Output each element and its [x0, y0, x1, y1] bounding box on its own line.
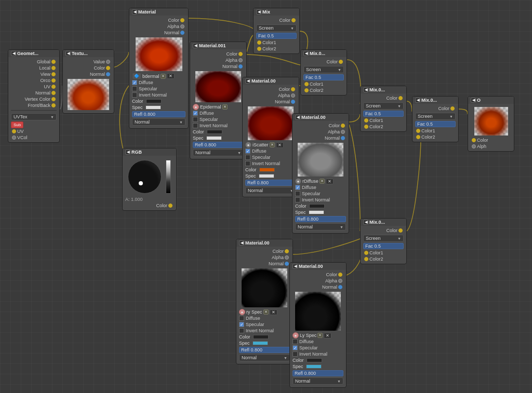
mat-004-refl[interactable]: Refl 0.800: [239, 347, 290, 353]
mat-005-normal-dd[interactable]: Normal: [292, 377, 343, 385]
geometry-collapse-btn[interactable]: ◀: [11, 51, 16, 56]
mix-02-screen-dd[interactable]: Screen: [303, 66, 344, 73]
mat-002-color-socket[interactable]: [291, 87, 295, 91]
geo-sub-btn[interactable]: Sub: [11, 121, 23, 128]
mat-002-color-swatch[interactable]: [259, 168, 275, 172]
mat-002-x[interactable]: ✕: [276, 142, 284, 148]
mat-005-invert-cb[interactable]: [292, 351, 298, 357]
mat-002-alpha-socket[interactable]: [291, 93, 295, 98]
mix-04-collapse[interactable]: ◀: [415, 98, 420, 103]
mat-main-invert-checkbox[interactable]: [132, 92, 137, 98]
mat-main-specular-check[interactable]: Specular: [132, 86, 185, 92]
mat-003-color-socket[interactable]: [341, 124, 345, 128]
mat-003-x[interactable]: ✕: [326, 179, 334, 184]
mat-003-specular[interactable]: Specular: [295, 191, 346, 197]
material-004-header[interactable]: ◀ Material.00: [236, 239, 292, 247]
mat-001-close[interactable]: ✕: [222, 104, 228, 110]
rgb-collapse-btn[interactable]: ◀: [125, 150, 130, 155]
mat-005-alpha-socket[interactable]: [338, 279, 342, 283]
texture-node-header[interactable]: ◀ Textu...: [63, 50, 114, 57]
rgb-color-wheel[interactable]: [128, 160, 162, 194]
mix-top-collapse[interactable]: ◀: [256, 9, 261, 15]
mat-001-collapse[interactable]: ◀: [193, 43, 198, 48]
mat-005-collapse[interactable]: ◀: [292, 264, 298, 269]
mat-004-diffuse[interactable]: Diffuse: [239, 315, 290, 321]
mat-004-alpha-socket[interactable]: [285, 255, 289, 260]
mat-003-spec-cb[interactable]: [295, 191, 300, 196]
node-editor-canvas[interactable]: ◀ Geomet... Global Local View Orco UV No…: [0, 0, 532, 393]
mat-001-alpha-socket[interactable]: [238, 58, 243, 62]
material-001-header[interactable]: ◀ Material.001: [190, 42, 246, 49]
mat-001-diffuse[interactable]: Diffuse: [193, 110, 244, 116]
mat-005-spec-cb[interactable]: [292, 345, 298, 350]
output-collapse[interactable]: ◀: [471, 98, 476, 103]
mat-main-color-swatch[interactable]: [146, 99, 162, 103]
tex-color-socket[interactable]: [106, 66, 110, 70]
geo-uv-socket[interactable]: [51, 85, 56, 89]
geo-uv-out-socket[interactable]: [12, 129, 16, 133]
mix-04-c1-socket[interactable]: [416, 129, 420, 133]
mat-002-refl[interactable]: Refl 0.800: [245, 180, 296, 186]
mat-005-invert[interactable]: Invert Normal: [292, 351, 343, 357]
mat-004-x[interactable]: ✕: [270, 309, 277, 315]
mat-004-collapse[interactable]: ◀: [239, 240, 244, 246]
mat-main-invert-check[interactable]: Invert Normal: [132, 92, 185, 98]
material-003-header[interactable]: ◀ Material.00: [292, 114, 349, 121]
mat-003-diff-cb[interactable]: [295, 185, 300, 190]
mix-02-fac[interactable]: Fac 0.5: [303, 74, 344, 80]
mix-04-c2-socket[interactable]: [416, 135, 420, 139]
mix-top-header[interactable]: ◀ Mix: [254, 8, 299, 16]
mat-003-close[interactable]: ✕: [320, 179, 325, 184]
mix-03-color-socket[interactable]: [398, 96, 403, 100]
mix-05-c1-socket[interactable]: [364, 251, 368, 255]
mat-001-refl[interactable]: Refl 0.800: [193, 142, 244, 148]
geo-global-socket[interactable]: [51, 60, 56, 64]
mix-top-color-socket[interactable]: [291, 18, 296, 22]
mat-002-invert[interactable]: Invert Normal: [245, 160, 296, 167]
tex-value-socket[interactable]: [106, 60, 110, 64]
geo-frontback-socket[interactable]: [51, 103, 56, 107]
mat-main-normal-dropdown[interactable]: Normal: [132, 118, 185, 126]
mat-004-diff-cb[interactable]: [239, 316, 244, 321]
mat-main-x-btn[interactable]: ✕: [167, 73, 175, 79]
geo-uvtex-dropdown[interactable]: UVTex: [11, 113, 57, 120]
mix-04-header[interactable]: ◀ Mix.0...: [413, 97, 458, 104]
output-color-socket[interactable]: [472, 138, 476, 142]
mat-main-close-btn[interactable]: ✕: [161, 74, 166, 79]
mat-002-diffuse[interactable]: Diffuse: [245, 148, 296, 154]
mat-004-color-swatch[interactable]: [253, 335, 269, 339]
mat-004-close[interactable]: ✕: [263, 309, 269, 315]
mat-005-spec-swatch[interactable]: [306, 364, 322, 369]
mix-02-header[interactable]: ◀ Mix.0...: [301, 50, 347, 57]
mix-05-c2-socket[interactable]: [364, 257, 368, 261]
mat-004-normal-socket[interactable]: [285, 262, 289, 266]
mat-003-collapse[interactable]: ◀: [295, 115, 300, 120]
geo-local-socket[interactable]: [51, 66, 56, 70]
mix-05-header[interactable]: ◀ Mix.0...: [361, 219, 406, 226]
mat-005-color-swatch[interactable]: [307, 358, 322, 362]
mat-004-invert-cb[interactable]: [239, 328, 244, 333]
output-header[interactable]: ◀ O: [468, 97, 514, 104]
mat-002-spec-cb[interactable]: [245, 155, 250, 160]
material-main-collapse[interactable]: ◀: [132, 9, 137, 15]
mix-05-collapse[interactable]: ◀: [363, 220, 368, 225]
material-002-header[interactable]: ◀ Material.00: [243, 77, 299, 85]
rgb-color-socket[interactable]: [168, 204, 172, 208]
geo-vertcol-socket[interactable]: [51, 97, 56, 101]
mat-002-specular[interactable]: Specular: [245, 154, 296, 160]
mat-002-normal-socket[interactable]: [291, 100, 295, 104]
mat-005-close[interactable]: ✕: [317, 333, 323, 338]
mat-002-spec-swatch[interactable]: [259, 174, 274, 178]
mat-003-alpha-socket[interactable]: [341, 130, 345, 134]
mix-top-screen-dropdown[interactable]: Screen: [256, 24, 297, 32]
mat-001-specular[interactable]: Specular: [193, 116, 244, 123]
mat-003-normal-socket[interactable]: [341, 136, 345, 140]
mix-04-color-socket[interactable]: [450, 106, 455, 111]
mat-001-color-swatch[interactable]: [207, 130, 222, 134]
mat-003-refl[interactable]: Refl 0.800: [295, 216, 346, 222]
material-005-header[interactable]: ◀ Material.00: [290, 263, 346, 270]
mat-001-normal-dd[interactable]: Normal: [193, 149, 244, 156]
mix-top-color2-socket[interactable]: [257, 47, 261, 51]
mat-003-invert[interactable]: Invert Normal: [295, 197, 346, 203]
mat-main-spec-swatch[interactable]: [145, 105, 161, 110]
